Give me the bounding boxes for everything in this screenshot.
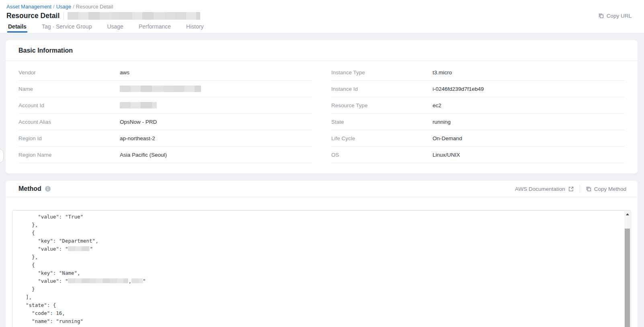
aws-documentation-link[interactable]: AWS Documentation: [515, 186, 574, 192]
copy-url-button[interactable]: Copy URL: [598, 13, 632, 19]
info-value: [120, 86, 201, 92]
info-value: Asia Pacific (Seoul): [120, 152, 167, 158]
redacted-value: [120, 102, 157, 108]
redacted-code-value: [68, 246, 90, 251]
code-line: "value": "True": [20, 213, 617, 221]
info-label: Instance Type: [331, 69, 433, 76]
tab-history[interactable]: History: [185, 23, 205, 33]
code-line: },: [20, 221, 617, 229]
code-line: ],: [20, 293, 617, 301]
sidebar-toggle-handle[interactable]: [0, 149, 4, 163]
info-column-right: Instance Typet3.microInstance Idi-0246fd…: [331, 64, 625, 163]
basic-information-card: Basic Information VendorawsNameAccount I…: [6, 40, 638, 174]
info-label: Vendor: [18, 69, 120, 76]
copy-method-button[interactable]: Copy Method: [586, 186, 626, 192]
actions-divider: [580, 185, 580, 193]
info-value: ap-northeast-2: [120, 135, 155, 141]
info-row-region-name: Region NameAsia Pacific (Seoul): [18, 147, 312, 163]
tab-details[interactable]: Details: [7, 23, 27, 33]
tab-performance[interactable]: Performance: [138, 23, 172, 33]
info-row-region-id: Region Idap-northeast-2: [18, 130, 312, 147]
info-row-state: Staterunning: [331, 114, 625, 130]
breadcrumb-separator: /: [53, 4, 55, 10]
page-title: Resource Detail: [6, 12, 59, 20]
info-circle-icon[interactable]: [45, 186, 51, 192]
tab-usage[interactable]: Usage: [106, 23, 124, 33]
info-row-resource-type: Resource Typeec2: [331, 97, 625, 114]
title-row: Resource Detail Copy URL: [0, 10, 644, 20]
breadcrumb-item-usage[interactable]: Usage: [56, 4, 72, 10]
title-divider: [64, 12, 64, 20]
basic-information-header: Basic Information: [6, 40, 638, 61]
method-header: Method AWS Documentation: [6, 181, 638, 197]
info-row-instance-type: Instance Typet3.micro: [331, 64, 625, 81]
code-line: {: [20, 261, 617, 269]
code-content: "value": "True" }, { "key": "Department"…: [12, 211, 631, 327]
method-card: Method AWS Documentation: [6, 181, 638, 327]
info-row-account-id: Account Id: [18, 97, 312, 114]
code-line: "key": "Name",: [20, 269, 617, 277]
code-line: "name": "running": [20, 317, 617, 325]
info-label: Account Id: [18, 102, 120, 108]
code-line: "value": "": [20, 245, 617, 253]
top-header: Asset Management/Usage/Resource Detail R…: [0, 0, 644, 33]
info-label: Account Alias: [18, 119, 120, 125]
redacted-value: [120, 86, 201, 92]
copy-method-label: Copy Method: [594, 186, 626, 192]
code-scrollbar[interactable]: [624, 211, 630, 327]
redacted-resource-name: [68, 12, 200, 20]
info-label: Name: [18, 86, 120, 92]
code-line: "key": "Department",: [20, 237, 617, 245]
info-label: OS: [331, 152, 433, 158]
page-content: Basic Information VendorawsNameAccount I…: [0, 33, 644, 327]
copy-icon: [586, 186, 592, 192]
breadcrumb-item-asset-management[interactable]: Asset Management: [6, 4, 51, 10]
info-row-vendor: Vendoraws: [18, 64, 312, 81]
code-line: "code": 16,: [20, 309, 617, 317]
method-code-block[interactable]: "value": "True" }, { "key": "Department"…: [12, 210, 631, 327]
info-value: OpsNow - PRD: [120, 119, 157, 125]
info-value: i-0246fd239d7f1eb49: [433, 86, 484, 92]
code-line: {: [20, 229, 617, 237]
redacted-code-value: [68, 278, 128, 283]
info-row-life-cycle: Life CycleOn-Demand: [331, 130, 625, 147]
info-value: [120, 102, 157, 108]
breadcrumb-separator: /: [73, 4, 74, 10]
method-title: Method: [18, 185, 41, 192]
copy-url-label: Copy URL: [607, 13, 632, 19]
external-link-icon: [568, 186, 574, 192]
info-value: running: [433, 119, 451, 125]
info-value: aws: [120, 69, 129, 76]
info-label: State: [331, 119, 433, 125]
info-label: Resource Type: [331, 102, 433, 108]
code-line: }: [20, 285, 617, 293]
info-row-account-alias: Account AliasOpsNow - PRD: [18, 114, 312, 130]
code-line: "state": {: [20, 301, 617, 309]
scroll-up-arrow-icon: [626, 213, 629, 215]
info-column-left: VendorawsNameAccount IdAccount AliasOpsN…: [18, 64, 312, 163]
info-value: t3.micro: [433, 69, 452, 76]
code-line: "value": ",": [20, 277, 617, 285]
info-row-instance-id: Instance Idi-0246fd239d7f1eb49: [331, 81, 625, 97]
info-row-os: OSLinux/UNIX: [331, 147, 625, 163]
breadcrumb-item-resource-detail: Resource Detail: [76, 4, 113, 10]
method-actions: AWS Documentation: [515, 185, 626, 193]
scroll-up-button[interactable]: [624, 211, 630, 217]
aws-documentation-label: AWS Documentation: [515, 186, 565, 192]
info-label: Region Id: [18, 135, 120, 141]
redacted-code-value: [131, 278, 143, 283]
copy-icon: [598, 13, 604, 19]
tab-tag-service-group[interactable]: Tag · Service Group: [41, 23, 93, 33]
basic-information-grid: VendorawsNameAccount IdAccount AliasOpsN…: [6, 61, 638, 174]
info-value: Linux/UNIX: [433, 152, 460, 158]
breadcrumb: Asset Management/Usage/Resource Detail: [0, 0, 644, 10]
tabs: DetailsTag · Service GroupUsagePerforman…: [0, 20, 644, 33]
info-row-name: Name: [18, 81, 312, 97]
info-label: Instance Id: [331, 86, 433, 92]
info-label: Region Name: [18, 152, 120, 158]
scrollbar-thumb[interactable]: [625, 229, 630, 327]
info-label: Life Cycle: [331, 135, 433, 141]
info-value: ec2: [433, 102, 441, 108]
basic-information-title: Basic Information: [18, 47, 73, 54]
info-value: On-Demand: [433, 135, 462, 141]
